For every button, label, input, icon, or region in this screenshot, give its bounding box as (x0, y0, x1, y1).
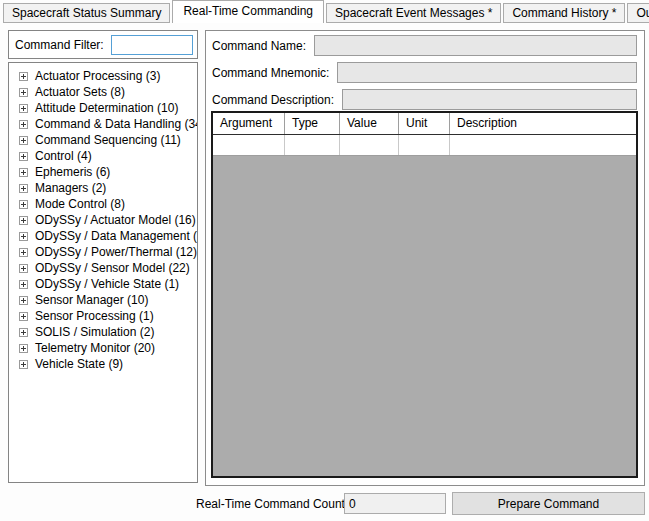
column-header-value[interactable]: Value (340, 113, 399, 134)
command-description-label: Command Description: (212, 93, 334, 107)
tree-item-ephemeris[interactable]: Ephemeris (6) (9, 164, 197, 180)
command-name-row: Command Name: (212, 35, 637, 56)
expand-plus-icon[interactable] (19, 344, 28, 353)
tree-item-attitude-determination[interactable]: Attitude Determination (10) (9, 100, 197, 116)
expand-plus-icon[interactable] (19, 88, 28, 97)
tree-item-odyssy-sensor-model[interactable]: ODySSy / Sensor Model (22) (9, 260, 197, 276)
tree-item-label: Mode Control (8) (35, 197, 125, 211)
command-name-label: Command Name: (212, 39, 306, 53)
expand-plus-icon[interactable] (19, 232, 28, 241)
table-cell (213, 135, 285, 155)
real-time-command-counter-label: Real-Time Command Counter: (196, 497, 359, 511)
expand-plus-icon[interactable] (19, 184, 28, 193)
tab-output-error[interactable]: Output/Error * (627, 3, 649, 23)
command-name-field (314, 35, 637, 56)
tree-item-vehicle-state[interactable]: Vehicle State (9) (9, 356, 197, 372)
tree-item-label: ODySSy / Power/Thermal (12) (35, 245, 197, 259)
tree-item-command-data-handling[interactable]: Command & Data Handling (34) (9, 116, 197, 132)
tree-item-label: Vehicle State (9) (35, 357, 123, 371)
table-cell (450, 135, 636, 155)
expand-plus-icon[interactable] (19, 120, 28, 129)
tree-item-label: Command Sequencing (11) (35, 133, 181, 147)
expand-plus-icon[interactable] (19, 360, 28, 369)
tab-real-time-commanding[interactable]: Real-Time Commanding (172, 0, 324, 23)
tree-item-odyssy-actuator-model[interactable]: ODySSy / Actuator Model (16) (9, 212, 197, 228)
tree-item-label: Ephemeris (6) (35, 165, 110, 179)
expand-plus-icon[interactable] (19, 312, 28, 321)
argument-table-header: Argument Type Value Unit Description (213, 113, 636, 135)
column-header-unit[interactable]: Unit (399, 113, 450, 134)
tree-item-label: Control (4) (35, 149, 92, 163)
tree-item-solis-simulation[interactable]: SOLIS / Simulation (2) (9, 324, 197, 340)
tab-spacecraft-status-summary[interactable]: Spacecraft Status Summary (3, 3, 170, 23)
column-header-type[interactable]: Type (285, 113, 340, 134)
command-tree[interactable]: Actuator Processing (3) Actuator Sets (8… (8, 62, 198, 483)
column-header-description[interactable]: Description (450, 113, 636, 134)
tree-item-label: SOLIS / Simulation (2) (35, 325, 154, 339)
tab-strip: Spacecraft Status Summary Real-Time Comm… (0, 0, 649, 23)
tree-item-sensor-manager[interactable]: Sensor Manager (10) (9, 292, 197, 308)
tree-item-label: Actuator Processing (3) (35, 69, 160, 83)
command-detail-panel: Command Name: Command Mnemonic: Command … (205, 30, 645, 486)
tree-item-odyssy-data-management[interactable]: ODySSy / Data Management (5) (9, 228, 197, 244)
tree-item-label: Actuator Sets (8) (35, 85, 125, 99)
tree-item-label: Sensor Processing (1) (35, 309, 154, 323)
command-filter-group: Command Filter: (8, 30, 198, 59)
table-cell (399, 135, 450, 155)
expand-plus-icon[interactable] (19, 152, 28, 161)
expand-plus-icon[interactable] (19, 280, 28, 289)
command-mnemonic-row: Command Mnemonic: (212, 62, 637, 83)
tree-item-actuator-sets[interactable]: Actuator Sets (8) (9, 84, 197, 100)
command-description-row: Command Description: (212, 89, 637, 110)
tree-item-managers[interactable]: Managers (2) (9, 180, 197, 196)
expand-plus-icon[interactable] (19, 168, 28, 177)
table-cell (285, 135, 340, 155)
tab-spacecraft-event-messages[interactable]: Spacecraft Event Messages * (326, 3, 501, 23)
tree-item-label: Command & Data Handling (34) (35, 117, 198, 131)
command-mnemonic-label: Command Mnemonic: (212, 66, 329, 80)
real-time-command-counter-field (344, 493, 446, 514)
expand-plus-icon[interactable] (19, 72, 28, 81)
column-header-argument[interactable]: Argument (213, 113, 285, 134)
tree-item-label: ODySSy / Vehicle State (1) (35, 277, 179, 291)
expand-plus-icon[interactable] (19, 200, 28, 209)
tree-item-telemetry-monitor[interactable]: Telemetry Monitor (20) (9, 340, 197, 356)
expand-plus-icon[interactable] (19, 296, 28, 305)
tree-item-label: ODySSy / Actuator Model (16) (35, 213, 196, 227)
tab-command-history[interactable]: Command History * (503, 3, 625, 23)
tree-item-mode-control[interactable]: Mode Control (8) (9, 196, 197, 212)
tree-item-actuator-processing[interactable]: Actuator Processing (3) (9, 68, 197, 84)
prepare-command-button[interactable]: Prepare Command (452, 492, 645, 515)
expand-plus-icon[interactable] (19, 104, 28, 113)
expand-plus-icon[interactable] (19, 264, 28, 273)
command-filter-input[interactable] (111, 35, 193, 55)
tree-item-odyssy-power-thermal[interactable]: ODySSy / Power/Thermal (12) (9, 244, 197, 260)
tree-item-control[interactable]: Control (4) (9, 148, 197, 164)
tree-item-label: Sensor Manager (10) (35, 293, 148, 307)
argument-table: Argument Type Value Unit Description (211, 111, 638, 478)
command-description-field (342, 89, 637, 110)
tree-item-label: ODySSy / Data Management (5) (35, 229, 198, 243)
expand-plus-icon[interactable] (19, 248, 28, 257)
command-mnemonic-field (337, 62, 637, 83)
expand-plus-icon[interactable] (19, 328, 28, 337)
command-filter-label: Command Filter: (15, 38, 104, 52)
table-cell (340, 135, 399, 155)
expand-plus-icon[interactable] (19, 216, 28, 225)
expand-plus-icon[interactable] (19, 136, 28, 145)
tree-item-sensor-processing[interactable]: Sensor Processing (1) (9, 308, 197, 324)
tree-item-label: Managers (2) (35, 181, 106, 195)
tree-item-label: ODySSy / Sensor Model (22) (35, 261, 190, 275)
tree-item-label: Telemetry Monitor (20) (35, 341, 155, 355)
tree-item-odyssy-vehicle-state[interactable]: ODySSy / Vehicle State (1) (9, 276, 197, 292)
tree-item-label: Attitude Determination (10) (35, 101, 178, 115)
argument-table-empty-row (213, 135, 636, 156)
tree-item-command-sequencing[interactable]: Command Sequencing (11) (9, 132, 197, 148)
